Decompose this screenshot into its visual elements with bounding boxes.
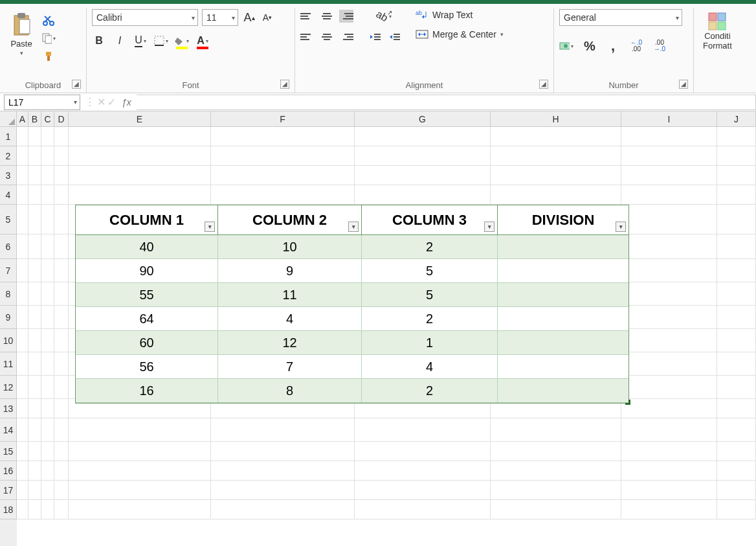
table-row[interactable]: 5674 [76,355,628,379]
row-header-3[interactable]: 3 [0,166,17,185]
table-cell[interactable]: 8 [218,379,362,403]
table-header-1[interactable]: COLUMN 2▾ [218,205,362,235]
underline-button[interactable]: U▾ [133,34,148,48]
border-button[interactable]: ▾ [154,34,168,48]
alignment-dialog-launcher[interactable]: ◢ [539,80,548,89]
increase-decimal-button[interactable]: ←.0.00 [629,39,643,53]
font-dialog-launcher[interactable]: ◢ [280,80,289,89]
table-cell[interactable]: 5 [362,259,498,283]
table-cell[interactable] [498,307,628,331]
filter-button[interactable]: ▾ [616,222,626,232]
accounting-format-button[interactable]: ▾ [559,39,573,53]
table-row[interactable]: 55115 [76,283,628,307]
table-cell[interactable]: 16 [76,379,218,403]
table-cell[interactable]: 2 [362,307,498,331]
row-header-9[interactable]: 9 [0,306,17,329]
table-cell[interactable]: 10 [218,235,362,259]
bold-button[interactable]: B [92,34,106,48]
table-cell[interactable] [498,379,628,403]
column-header-J[interactable]: J [717,111,756,126]
table-cell[interactable]: 1 [362,331,498,355]
table-cell[interactable]: 11 [218,283,362,307]
table-cell[interactable]: 64 [76,307,218,331]
formula-input[interactable] [137,95,756,110]
format-painter-button[interactable] [41,49,56,63]
table-cell[interactable]: 40 [76,235,218,259]
row-header-2[interactable]: 2 [0,146,17,166]
table-cell[interactable] [498,259,628,283]
number-format-combo[interactable]: General▾ [559,9,682,26]
align-right-button[interactable] [339,30,353,43]
font-name-combo[interactable]: Calibri▾ [92,9,198,26]
italic-button[interactable]: I [113,34,127,48]
column-header-E[interactable]: E [69,111,211,126]
cut-button[interactable] [41,13,56,27]
row-header-12[interactable]: 12 [0,376,17,399]
column-header-F[interactable]: F [211,111,355,126]
orientation-button[interactable]: ab↗▾ [377,9,391,23]
table-cell[interactable]: 7 [218,355,362,379]
table-cell[interactable]: 55 [76,283,218,307]
table-resize-handle[interactable] [625,400,630,405]
row-header-5[interactable]: 5 [0,205,17,234]
row-headers[interactable]: 123456789101112131415161718 [0,127,17,546]
table-cell[interactable]: 2 [362,235,498,259]
align-center-button[interactable] [320,30,334,43]
align-left-button[interactable] [300,30,315,43]
table-cell[interactable]: 90 [76,259,218,283]
copy-button[interactable]: ▾ [41,31,56,45]
row-header-18[interactable]: 18 [0,500,17,519]
filter-button[interactable]: ▾ [205,222,215,232]
number-dialog-launcher[interactable]: ◢ [679,80,688,89]
percent-button[interactable]: % [583,39,597,53]
table-cell[interactable]: 12 [218,331,362,355]
conditional-formatting-button[interactable]: Conditi Formatt [699,9,736,53]
table-cell[interactable] [498,235,628,259]
filter-button[interactable]: ▾ [484,222,495,232]
decrease-decimal-button[interactable]: .00→.0 [652,39,667,53]
column-header-A[interactable]: A [17,111,28,126]
fx-icon[interactable]: ƒx [122,97,131,108]
column-header-H[interactable]: H [491,111,621,126]
align-bottom-button[interactable] [339,10,353,23]
table-cell[interactable]: 9 [218,259,362,283]
row-header-8[interactable]: 8 [0,282,17,306]
font-size-combo[interactable]: 11▾ [202,9,238,26]
align-middle-button[interactable] [320,10,334,23]
column-header-C[interactable]: C [41,111,54,126]
table-header-2[interactable]: COLUMN 3▾ [362,205,498,235]
paste-button[interactable]: Paste ▾ [5,9,38,59]
row-header-7[interactable]: 7 [0,259,17,282]
table-cell[interactable] [498,355,628,379]
row-header-10[interactable]: 10 [0,329,17,352]
clipboard-dialog-launcher[interactable]: ◢ [72,80,81,89]
table-cell[interactable]: 4 [362,355,498,379]
row-header-11[interactable]: 11 [0,352,17,376]
table-cell[interactable]: 60 [76,331,218,355]
row-header-14[interactable]: 14 [0,418,17,442]
increase-indent-button[interactable] [388,30,403,44]
table-row[interactable]: 60121 [76,331,628,355]
table-row[interactable]: 6442 [76,307,628,331]
table-header-0[interactable]: COLUMN 1▾ [76,205,218,235]
row-header-15[interactable]: 15 [0,442,17,461]
row-header-1[interactable]: 1 [0,127,17,146]
table-cell[interactable]: 2 [362,379,498,403]
filter-button[interactable]: ▾ [348,222,359,232]
table-cell[interactable] [498,283,628,307]
increase-font-button[interactable]: A▴ [242,10,256,25]
align-top-button[interactable] [300,10,315,23]
table-cell[interactable]: 56 [76,355,218,379]
table-row[interactable]: 40102 [76,235,628,259]
select-all-corner[interactable] [0,111,17,127]
table-cell[interactable]: 4 [218,307,362,331]
row-header-17[interactable]: 17 [0,481,17,500]
name-box[interactable]: L17▾ [4,95,80,110]
merge-center-button[interactable]: Merge & Center ▾ [416,28,504,40]
row-header-13[interactable]: 13 [0,399,17,418]
table-row[interactable]: 9095 [76,259,628,283]
decrease-indent-button[interactable] [369,30,383,44]
font-color-button[interactable]: A▾ [195,34,210,48]
column-header-D[interactable]: D [54,111,69,126]
column-header-B[interactable]: B [28,111,41,126]
